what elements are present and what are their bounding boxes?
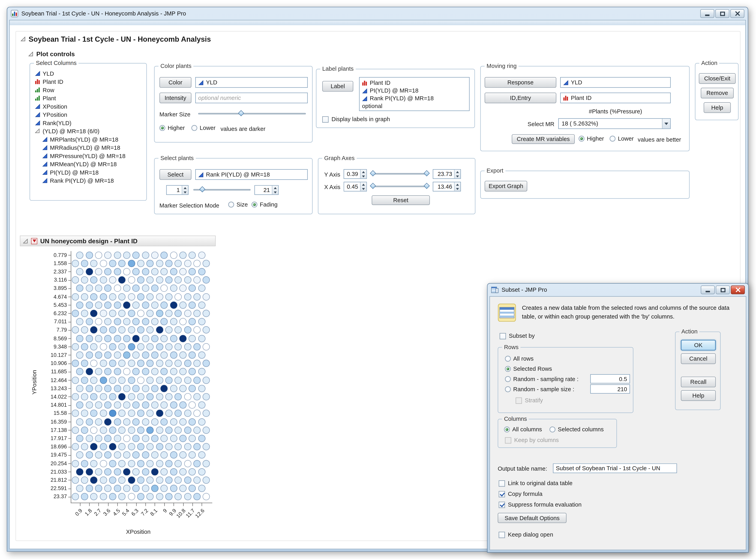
plant-marker[interactable]	[81, 293, 88, 300]
column-item[interactable]: YLD	[35, 69, 143, 77]
plant-marker[interactable]	[156, 460, 163, 467]
column-group-item[interactable]: (YLD) @ MR=18 (6/0)	[35, 127, 143, 135]
plant-marker[interactable]	[189, 435, 196, 442]
plant-marker[interactable]	[198, 401, 205, 409]
plant-marker[interactable]	[165, 343, 173, 350]
plant-marker[interactable]	[137, 260, 144, 267]
plant-marker[interactable]	[184, 376, 191, 384]
plant-marker[interactable]	[71, 493, 79, 500]
plant-marker[interactable]	[90, 260, 97, 267]
plant-marker[interactable]	[142, 318, 149, 326]
plant-marker[interactable]	[146, 426, 154, 434]
plant-marker[interactable]	[179, 485, 187, 492]
plant-marker[interactable]	[132, 251, 140, 259]
plant-marker[interactable]	[100, 276, 107, 284]
plant-marker[interactable]	[132, 368, 140, 375]
plant-marker[interactable]	[109, 493, 116, 500]
label-roles-field[interactable]: Plant IDPI(YLD) @ MR=18Rank PI(YLD) @ MR…	[359, 77, 470, 111]
plant-marker[interactable]	[118, 476, 126, 484]
plant-marker[interactable]	[100, 343, 107, 350]
plant-marker[interactable]	[151, 251, 159, 259]
plant-marker[interactable]	[175, 360, 182, 367]
plant-marker[interactable]	[104, 318, 112, 326]
plant-marker[interactable]	[156, 260, 163, 267]
plant-marker[interactable]	[71, 460, 79, 467]
honeycomb-header[interactable]: UN honeycomb design - Plant ID	[20, 236, 215, 246]
plant-marker[interactable]	[175, 393, 182, 400]
plant-marker[interactable]	[71, 360, 79, 367]
plant-marker[interactable]	[146, 460, 154, 467]
plant-marker[interactable]	[71, 393, 79, 400]
plant-marker[interactable]	[114, 335, 121, 342]
plant-marker[interactable]	[90, 310, 97, 317]
plant-marker[interactable]	[118, 393, 126, 400]
column-item[interactable]: MRMean(YLD) @ MR=18	[35, 160, 143, 168]
plant-marker[interactable]	[90, 460, 97, 467]
plant-marker[interactable]	[146, 476, 154, 484]
suppress-formula-checkbox[interactable]: Suppress formula evaluation	[499, 501, 582, 508]
response-field[interactable]: YLD	[560, 77, 671, 88]
column-item[interactable]: MRRadius(YLD) @ MR=18	[35, 143, 143, 152]
plant-marker[interactable]	[137, 360, 144, 367]
plant-marker[interactable]	[203, 393, 210, 400]
plant-marker[interactable]	[132, 285, 140, 292]
plant-marker[interactable]	[184, 410, 191, 417]
plant-marker[interactable]	[156, 393, 163, 400]
slider-thumb[interactable]	[199, 186, 205, 193]
plant-marker[interactable]	[142, 418, 149, 425]
plant-marker[interactable]	[118, 310, 126, 317]
plant-marker[interactable]	[100, 393, 107, 400]
plant-marker[interactable]	[151, 485, 159, 492]
plant-marker[interactable]	[175, 460, 182, 467]
plant-marker[interactable]	[123, 251, 131, 259]
plant-marker[interactable]	[100, 260, 107, 267]
plant-marker[interactable]	[151, 451, 159, 459]
plant-marker[interactable]	[161, 451, 168, 459]
plant-marker[interactable]	[193, 310, 201, 317]
plant-marker[interactable]	[161, 401, 168, 409]
plant-marker[interactable]	[193, 393, 201, 400]
plant-marker[interactable]	[86, 368, 93, 375]
plant-marker[interactable]	[114, 268, 121, 275]
plant-marker[interactable]	[193, 327, 201, 334]
plant-marker[interactable]	[123, 451, 131, 459]
plant-marker[interactable]	[179, 268, 187, 275]
plant-marker[interactable]	[95, 251, 102, 259]
plant-marker[interactable]	[90, 276, 97, 284]
plant-marker[interactable]	[86, 418, 93, 425]
plant-marker[interactable]	[109, 410, 116, 417]
plant-marker[interactable]	[184, 360, 191, 367]
plant-marker[interactable]	[90, 343, 97, 350]
plant-marker[interactable]	[123, 435, 131, 442]
plant-marker[interactable]	[165, 443, 173, 450]
plant-marker[interactable]	[151, 418, 159, 425]
plant-marker[interactable]	[165, 376, 173, 384]
plant-marker[interactable]	[203, 360, 210, 367]
plant-marker[interactable]	[142, 451, 149, 459]
plant-marker[interactable]	[189, 451, 196, 459]
plant-marker[interactable]	[128, 410, 135, 417]
plant-marker[interactable]	[128, 260, 135, 267]
select-role-field[interactable]: Rank PI(YLD) @ MR=18	[196, 169, 308, 180]
plant-marker[interactable]	[104, 368, 112, 375]
plant-marker[interactable]	[165, 493, 173, 500]
plant-marker[interactable]	[118, 426, 126, 434]
plant-marker[interactable]	[189, 318, 196, 326]
plant-marker[interactable]	[151, 268, 159, 275]
plant-marker[interactable]	[146, 493, 154, 500]
plant-marker[interactable]	[198, 335, 205, 342]
plant-marker[interactable]	[123, 401, 131, 409]
plant-marker[interactable]	[128, 293, 135, 300]
plant-marker[interactable]	[123, 468, 131, 475]
plant-marker[interactable]	[198, 351, 205, 359]
plant-marker[interactable]	[118, 327, 126, 334]
help-button[interactable]: Help	[704, 102, 731, 113]
plant-marker[interactable]	[142, 485, 149, 492]
plant-marker[interactable]	[193, 260, 201, 267]
plant-marker[interactable]	[128, 426, 135, 434]
plant-marker[interactable]	[156, 476, 163, 484]
plant-marker[interactable]	[123, 418, 131, 425]
plant-marker[interactable]	[123, 385, 131, 392]
disclosure-triangle-icon[interactable]	[20, 36, 26, 42]
plant-marker[interactable]	[76, 301, 84, 309]
